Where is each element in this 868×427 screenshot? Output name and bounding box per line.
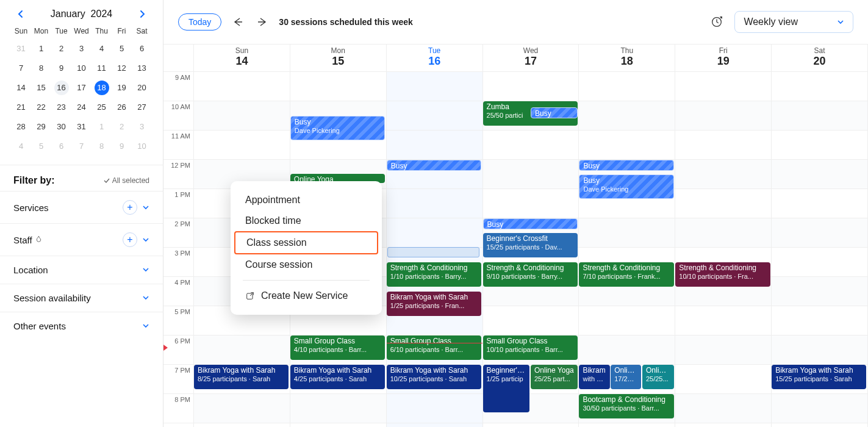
calendar-event[interactable]: Bikram Yoga with Sarah10/25 participants… (387, 365, 481, 389)
time-slot[interactable] (387, 423, 482, 427)
time-slot[interactable] (579, 218, 675, 248)
menu-item-blocked-time[interactable]: Blocked time (234, 210, 378, 231)
time-slot[interactable] (675, 72, 771, 101)
calendar-event[interactable]: Online Yoga25/25 part... (531, 365, 578, 389)
time-slot[interactable] (579, 306, 675, 336)
calendar-event[interactable]: Small Group Class4/10 participants · Bar… (290, 336, 385, 360)
time-slot[interactable] (387, 218, 482, 248)
calendar-event[interactable]: Busy (387, 160, 481, 171)
time-slot[interactable] (675, 423, 771, 427)
filter-row-location[interactable]: Location (0, 256, 163, 284)
calendar-event[interactable]: Strength & Conditioning7/10 participants… (579, 262, 673, 287)
calendar-event[interactable]: Strength & Conditioning10/10 participant… (675, 262, 770, 287)
day-header-mon[interactable]: Mon15 (290, 45, 387, 71)
time-slot[interactable] (387, 72, 482, 101)
time-slot[interactable] (772, 131, 867, 160)
mini-cal-day[interactable]: 3 (71, 39, 91, 59)
mini-cal-day[interactable]: 29 (31, 117, 51, 137)
mini-cal-day[interactable]: 15 (31, 78, 51, 98)
time-slot[interactable] (675, 189, 771, 218)
time-slot[interactable] (387, 131, 482, 160)
day-column-wed[interactable]: Zumba25/50 particiBusyBusyBeginner's Cro… (483, 72, 579, 427)
mini-cal-day[interactable]: 18 (91, 78, 112, 98)
mini-cal-day[interactable]: 17 (71, 78, 91, 98)
calendar-event[interactable]: Bootcamp & Conditioning30/50 participant… (579, 394, 673, 418)
calendar-event[interactable]: Strength & Conditioning1/10 participants… (387, 262, 481, 287)
today-button[interactable]: Today (178, 13, 221, 30)
mini-cal-day[interactable]: 13 (132, 59, 152, 78)
mini-cal-day[interactable]: 31 (71, 117, 91, 137)
time-slot[interactable] (194, 131, 290, 160)
mini-cal-day[interactable]: 5 (31, 137, 51, 156)
day-header-thu[interactable]: Thu18 (579, 45, 675, 71)
mini-cal-day[interactable]: 6 (132, 39, 152, 59)
day-header-fri[interactable]: Fri19 (675, 45, 772, 71)
day-header-tue[interactable]: Tue16 (387, 45, 483, 71)
time-slot[interactable] (772, 218, 867, 248)
time-slot[interactable] (579, 131, 675, 160)
calendar-event[interactable]: Bikram Yoga with Sarah8/25 participants … (194, 365, 289, 389)
time-slot[interactable] (387, 394, 482, 423)
time-slot[interactable] (387, 189, 482, 218)
calendar-event[interactable]: Busy (579, 160, 673, 171)
mini-cal-day[interactable]: 12 (112, 59, 132, 78)
next-month-button[interactable] (137, 9, 147, 19)
mini-cal-day[interactable]: 24 (71, 98, 91, 117)
filter-row-session-availability[interactable]: Session availability (0, 284, 163, 312)
calendar-event[interactable]: Bikram Yoga with Sarah15/25 participants… (772, 365, 866, 389)
time-slot[interactable] (772, 336, 867, 365)
calendar-event[interactable]: Bikram Yoga with Sarah4/25 participants … (290, 365, 385, 389)
mini-cal-day[interactable]: 3 (132, 117, 152, 137)
mini-cal-day[interactable]: 7 (71, 137, 91, 156)
mini-cal-day[interactable]: 27 (132, 98, 152, 117)
day-column-sat[interactable]: Bikram Yoga with Sarah15/25 participants… (772, 72, 868, 427)
calendar-event[interactable]: Beginner's Crossfit15/25 participants · … (483, 233, 578, 257)
mini-cal-day[interactable]: 25 (91, 98, 112, 117)
calendar-event[interactable]: Small Group Class10/10 participants · Ba… (483, 336, 578, 360)
time-slot[interactable] (675, 306, 771, 336)
calendar-event[interactable]: BusyDave Pickering (579, 174, 673, 199)
mini-cal-day[interactable]: 21 (11, 98, 31, 117)
time-slot[interactable] (579, 72, 675, 101)
time-slot[interactable] (772, 248, 867, 277)
view-selector[interactable]: Weekly view (734, 11, 853, 33)
time-slot[interactable] (483, 306, 579, 336)
mini-cal-day[interactable]: 4 (11, 137, 31, 156)
menu-item-class-session[interactable]: Class session (234, 231, 378, 254)
add-services-button[interactable]: + (123, 200, 137, 215)
mini-cal-day[interactable]: 6 (51, 137, 71, 156)
time-slot[interactable] (194, 423, 290, 427)
menu-item-course-session[interactable]: Course session (234, 254, 378, 275)
time-slot[interactable] (483, 160, 579, 189)
time-slot[interactable] (194, 336, 290, 365)
calendar-event[interactable]: Small Group Class6/10 participants · Bar… (387, 336, 481, 360)
time-slot[interactable] (675, 336, 771, 365)
next-week-button[interactable] (256, 16, 268, 28)
calendar-event[interactable]: Online Y17/25 pa (611, 365, 641, 389)
time-slot[interactable] (579, 101, 675, 131)
time-slot[interactable] (772, 101, 867, 131)
mini-cal-day[interactable]: 10 (132, 137, 152, 156)
time-slot[interactable] (675, 160, 771, 189)
calendar-event[interactable]: Strength & Conditioning9/10 participants… (483, 262, 578, 287)
mini-cal-day[interactable]: 11 (91, 59, 112, 78)
time-slot[interactable] (579, 423, 675, 427)
time-slot[interactable] (772, 72, 867, 101)
selected-time-slot[interactable] (387, 247, 479, 257)
mini-cal-day[interactable]: 5 (112, 39, 132, 59)
time-slot[interactable] (387, 101, 482, 131)
time-slot[interactable] (772, 189, 867, 218)
calendar-event[interactable]: Beginner's C1/25 particip (483, 365, 530, 412)
add-staff-button[interactable]: + (123, 232, 137, 247)
mini-cal-day[interactable]: 1 (31, 39, 51, 59)
mini-cal-day[interactable]: 30 (51, 117, 71, 137)
mini-cal-day[interactable]: 9 (51, 59, 71, 78)
time-slot[interactable] (772, 394, 867, 423)
time-slot[interactable] (483, 423, 579, 427)
filter-row-services[interactable]: Services+ (0, 191, 163, 223)
mini-cal-day[interactable]: 22 (31, 98, 51, 117)
mini-cal-day[interactable]: 8 (91, 137, 112, 156)
mini-cal-day[interactable]: 7 (11, 59, 31, 78)
time-slot[interactable] (675, 218, 771, 248)
filter-row-staff[interactable]: Staff + (0, 223, 163, 256)
